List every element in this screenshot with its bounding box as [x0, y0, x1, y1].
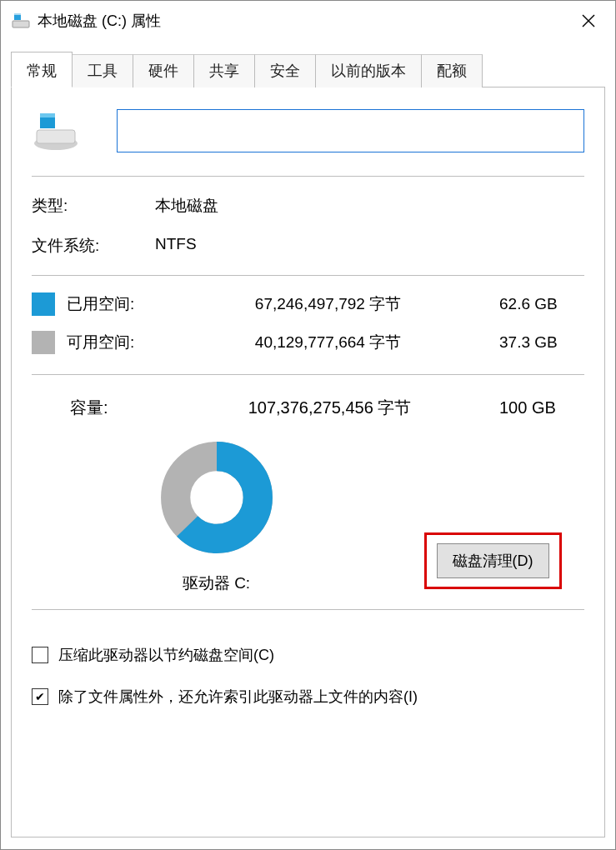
type-value: 本地磁盘: [155, 195, 218, 217]
drive-large-icon: [32, 110, 80, 152]
compress-checkbox[interactable]: [32, 647, 48, 663]
close-icon: [582, 14, 595, 28]
type-label: 类型:: [32, 195, 155, 217]
tab-hardware[interactable]: 硬件: [133, 54, 194, 88]
divider: [32, 176, 584, 177]
usage-donut-chart: [155, 436, 278, 559]
highlight-annotation: 磁盘清理(D): [424, 532, 562, 589]
free-space-label: 可用空间:: [67, 332, 163, 353]
tab-tools[interactable]: 工具: [72, 54, 133, 88]
svg-rect-8: [40, 113, 55, 118]
svg-rect-6: [37, 130, 75, 143]
filesystem-value: NTFS: [155, 235, 197, 257]
tabstrip: 常规 工具 硬件 共享 安全 以前的版本 配额: [11, 51, 605, 88]
divider: [32, 609, 584, 610]
divider: [32, 374, 584, 375]
used-space-bytes: 67,246,497,792 字节: [163, 293, 493, 315]
used-space-gb: 62.6 GB: [493, 295, 584, 313]
used-space-label: 已用空间:: [67, 293, 163, 315]
titlebar: 本地磁盘 (C:) 属性: [1, 1, 615, 41]
properties-dialog: 本地磁盘 (C:) 属性 常规 工具 硬件 共享 安全 以前的版本 配额: [0, 0, 616, 850]
drive-label: 驱动器 C:: [183, 572, 250, 594]
free-swatch-icon: [32, 331, 55, 354]
filesystem-label: 文件系统:: [32, 235, 155, 257]
divider: [32, 275, 584, 276]
content: 常规 工具 硬件 共享 安全 以前的版本 配额: [1, 41, 615, 849]
disk-cleanup-button[interactable]: 磁盘清理(D): [437, 543, 549, 578]
used-swatch-icon: [32, 292, 55, 316]
tab-security[interactable]: 安全: [254, 54, 316, 88]
tab-quota[interactable]: 配额: [421, 54, 483, 88]
svg-rect-2: [14, 13, 21, 15]
window-title: 本地磁盘 (C:) 属性: [38, 11, 161, 31]
tab-general[interactable]: 常规: [11, 52, 73, 88]
capacity-gb: 100 GB: [493, 398, 584, 418]
compress-label: 压缩此驱动器以节约磁盘空间(C): [58, 645, 274, 665]
free-space-bytes: 40,129,777,664 字节: [163, 332, 493, 353]
drive-icon: [11, 11, 31, 31]
index-label: 除了文件属性外，还允许索引此驱动器上文件的内容(I): [58, 687, 418, 707]
tab-previous-versions[interactable]: 以前的版本: [315, 54, 422, 88]
tab-sharing[interactable]: 共享: [193, 54, 255, 88]
capacity-label: 容量:: [70, 397, 167, 419]
capacity-bytes: 107,376,275,456 字节: [167, 397, 493, 419]
svg-rect-0: [13, 21, 29, 28]
close-button[interactable]: [572, 4, 605, 38]
free-space-gb: 37.3 GB: [493, 333, 584, 352]
tab-panel-general: 类型: 本地磁盘 文件系统: NTFS 已用空间: 67,246,497,792…: [11, 88, 605, 838]
index-checkbox[interactable]: [32, 688, 48, 705]
volume-name-input[interactable]: [117, 109, 584, 152]
